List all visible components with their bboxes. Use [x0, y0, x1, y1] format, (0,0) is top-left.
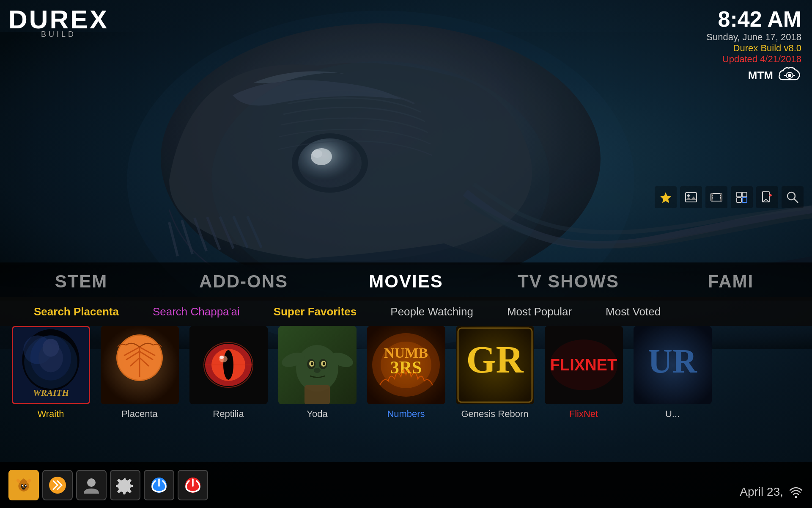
addon-label-wraith: Wraith [37, 409, 64, 420]
sub-nav-people-watching[interactable]: People Watching [373, 305, 490, 318]
search-icon[interactable] [782, 186, 804, 208]
addon-thumb-unknown: UR [634, 326, 712, 404]
svg-rect-27 [763, 192, 769, 202]
sub-nav-super-favorites[interactable]: Super Favorites [257, 305, 374, 318]
favorites-icon[interactable] [655, 186, 677, 208]
svg-text:UR: UR [648, 342, 697, 380]
addon-thumb-yoda [278, 326, 357, 404]
shutdown-icon[interactable] [178, 470, 208, 500]
svg-text:WRAITH: WRAITH [33, 388, 69, 398]
mtm-area: MTM [706, 67, 801, 84]
addon-thumb-reptilia [189, 326, 268, 404]
sub-nav-search-placenta[interactable]: Search Placenta [17, 305, 136, 318]
addon-label-numbers: Numbers [387, 409, 425, 420]
user-icon[interactable] [76, 470, 107, 500]
addon-thumb-genesis: GR [456, 326, 534, 404]
addon-label-genesis: Genesis Reborn [461, 409, 529, 420]
svg-point-38 [30, 335, 71, 380]
settings-gear-icon[interactable] [110, 470, 140, 500]
addon-genesis[interactable]: GR Genesis Reborn [453, 326, 537, 420]
update-date: Updated 4/21/2018 [706, 54, 801, 65]
svg-point-91 [795, 496, 797, 498]
svg-rect-26 [742, 198, 747, 202]
film-icon[interactable] [705, 186, 727, 208]
svg-text:GR: GR [466, 339, 524, 381]
build-version: Durex Build v8.0 [706, 43, 801, 54]
sub-nav: Search Placenta Search Chappa'ai Super F… [0, 297, 812, 326]
addon-label-reptilia: Reptilia [213, 409, 244, 420]
power-blue-icon[interactable] [144, 470, 174, 500]
nav-item-fami[interactable]: FAMI [650, 271, 812, 292]
main-nav: STEM ADD-ONS MOVIES TV SHOWS FAMI [0, 262, 812, 301]
svg-point-85 [87, 478, 96, 487]
bookmark-icon[interactable] [756, 186, 778, 208]
svg-point-15 [687, 194, 690, 197]
bottom-right-info: April 23, [740, 484, 804, 500]
svg-point-30 [787, 192, 795, 200]
icon-toolbar [655, 186, 804, 208]
svg-rect-22 [720, 197, 721, 199]
sub-nav-search-chappai[interactable]: Search Chappa'ai [136, 305, 257, 318]
svg-point-81 [22, 488, 25, 490]
logo: DUREX BUILD [8, 4, 109, 39]
addon-flixnet[interactable]: FLIXNET FlixNet [541, 326, 626, 420]
fox-icon[interactable] [8, 470, 39, 500]
cloud-icon[interactable] [778, 67, 801, 84]
svg-point-50 [219, 356, 224, 359]
svg-point-76 [550, 340, 617, 390]
svg-point-62 [311, 362, 313, 365]
svg-point-48 [223, 350, 233, 380]
bottom-date: April 23, [740, 485, 783, 499]
svg-rect-65 [304, 385, 330, 404]
svg-point-82 [22, 485, 23, 486]
addon-reptilia[interactable]: Reptilia [186, 326, 271, 420]
svg-rect-19 [712, 195, 713, 196]
svg-point-10 [788, 74, 791, 77]
addon-yoda[interactable]: Yoda [275, 326, 359, 420]
date-display: Sunday, June 17, 2018 [706, 32, 801, 43]
svg-marker-13 [660, 192, 671, 203]
addon-placenta[interactable]: Placenta [97, 326, 182, 420]
nav-item-movies[interactable]: MOVIES [325, 271, 487, 292]
content-row: WRAITH Wraith [0, 326, 812, 457]
addon-unknown[interactable]: UR U... [630, 326, 715, 420]
svg-rect-20 [712, 197, 713, 199]
addon-thumb-placenta [101, 326, 179, 404]
svg-rect-14 [686, 193, 697, 202]
wifi-icon [788, 484, 804, 500]
addon-wraith[interactable]: WRAITH Wraith [8, 326, 93, 420]
kodi-icon[interactable] [42, 470, 73, 500]
svg-point-64 [314, 368, 321, 373]
svg-rect-25 [737, 198, 741, 202]
nav-item-tvshows[interactable]: TV SHOWS [487, 271, 650, 292]
time-display: 8:42 AM [706, 6, 801, 32]
svg-line-31 [794, 199, 798, 203]
addon-thumb-wraith: WRAITH [12, 326, 90, 404]
svg-rect-24 [742, 192, 747, 197]
nav-item-stem[interactable]: STEM [0, 271, 162, 292]
sub-nav-most-voted[interactable]: Most Voted [589, 305, 678, 318]
bottom-bar: April 23, [0, 462, 812, 508]
svg-point-63 [323, 362, 325, 365]
addon-thumb-flixnet: FLIXNET [545, 326, 623, 404]
mtm-label: MTM [748, 69, 773, 82]
nav-item-addons[interactable]: ADD-ONS [162, 271, 325, 292]
svg-point-83 [25, 485, 27, 486]
addon-label-yoda: Yoda [307, 409, 327, 420]
addon-label-flixnet: FlixNet [569, 409, 598, 420]
addon-label-unknown: U... [665, 409, 680, 420]
top-bar: 8:42 AM Sunday, June 17, 2018 Durex Buil… [696, 0, 812, 90]
svg-rect-23 [737, 192, 741, 197]
puzzle-icon[interactable] [731, 186, 753, 208]
image-icon[interactable] [680, 186, 702, 208]
addon-label-placenta: Placenta [121, 409, 158, 420]
addon-numbers[interactable]: NUMB 3RS Numbers [364, 326, 448, 420]
addon-thumb-numbers: NUMB 3RS [367, 326, 445, 404]
sub-nav-most-popular[interactable]: Most Popular [490, 305, 589, 318]
svg-rect-21 [720, 195, 721, 196]
